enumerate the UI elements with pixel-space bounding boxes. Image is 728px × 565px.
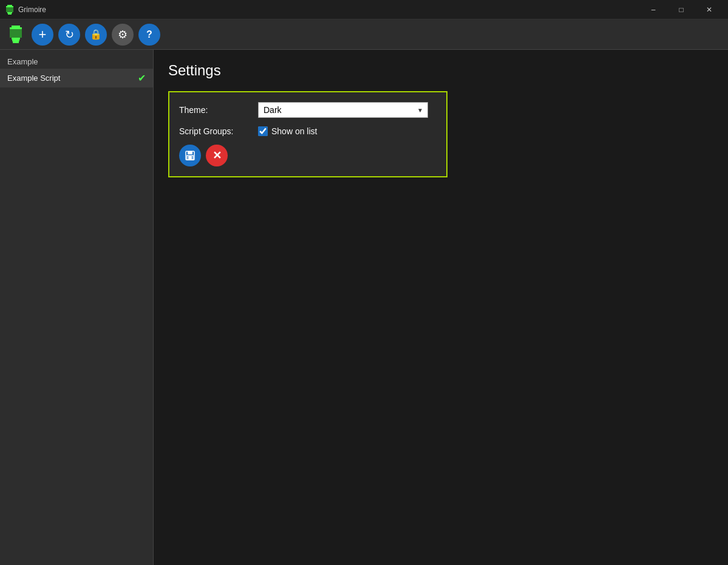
save-button[interactable] — [179, 145, 201, 166]
show-on-list-label[interactable]: Show on list — [271, 126, 317, 136]
settings-panel: Theme: Dark Light System Script Groups: … — [168, 91, 447, 177]
sidebar: Example Example Script ✔ — [0, 50, 154, 565]
window-controls: – □ ✕ — [639, 0, 723, 19]
show-on-list-container: Show on list — [258, 126, 317, 136]
minimize-button[interactable]: – — [639, 0, 667, 19]
svg-rect-8 — [12, 38, 20, 39]
script-groups-label: Script Groups: — [179, 126, 258, 136]
svg-rect-6 — [10, 27, 22, 29]
add-button[interactable]: + — [32, 24, 53, 46]
theme-label: Theme: — [179, 105, 258, 115]
title-bar: Grimoire – □ ✕ — [0, 0, 728, 19]
settings-button[interactable]: ⚙ — [112, 24, 134, 46]
svg-rect-1 — [6, 6, 13, 7]
svg-rect-2 — [6, 7, 13, 12]
toolbar: + ↻ 🔒 ⚙ ? — [0, 19, 728, 50]
app-icon — [5, 5, 15, 15]
maximize-button[interactable]: □ — [667, 0, 695, 19]
svg-rect-0 — [7, 5, 12, 6]
sidebar-item-example-script[interactable]: Example Script ✔ — [0, 69, 153, 87]
logo-button[interactable] — [5, 24, 27, 46]
close-button[interactable]: ✕ — [695, 0, 723, 19]
lock-button[interactable]: 🔒 — [85, 24, 107, 46]
help-button[interactable]: ? — [138, 24, 160, 46]
svg-rect-3 — [7, 12, 12, 13]
theme-row: Theme: Dark Light System — [179, 102, 437, 118]
action-buttons-row: ✕ — [179, 145, 437, 166]
svg-rect-7 — [10, 29, 22, 38]
sidebar-item-label: Example Script — [7, 74, 60, 83]
sidebar-group-label: Example — [0, 55, 153, 69]
svg-rect-10 — [13, 41, 19, 43]
script-groups-row: Script Groups: Show on list — [179, 126, 437, 136]
svg-rect-9 — [12, 39, 19, 41]
theme-select-wrapper: Dark Light System — [258, 102, 428, 118]
content-area: Settings Theme: Dark Light System Script… — [154, 50, 728, 565]
main-area: Example Example Script ✔ Settings Theme:… — [0, 50, 728, 565]
app-title: Grimoire — [18, 5, 639, 14]
theme-select[interactable]: Dark Light System — [258, 102, 428, 118]
page-title: Settings — [168, 62, 713, 79]
svg-rect-5 — [12, 26, 20, 27]
sidebar-item-check-icon: ✔ — [138, 72, 146, 84]
svg-rect-14 — [188, 156, 192, 159]
refresh-button[interactable]: ↻ — [58, 24, 80, 46]
cancel-button[interactable]: ✕ — [206, 145, 228, 166]
svg-rect-12 — [188, 151, 192, 154]
svg-rect-4 — [8, 13, 12, 15]
show-on-list-checkbox[interactable] — [258, 126, 268, 136]
